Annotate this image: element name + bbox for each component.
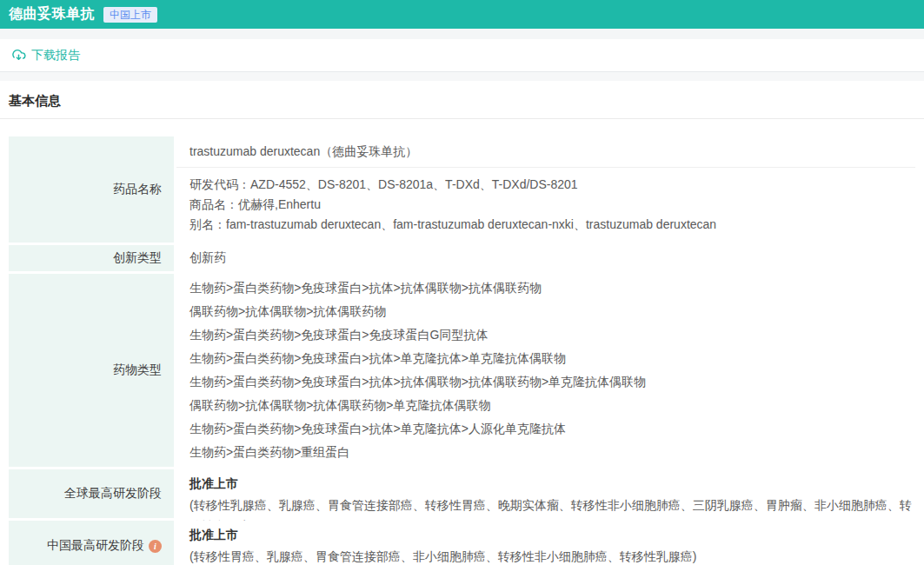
page-header: 德曲妥珠单抗 中国上市 xyxy=(0,0,924,29)
header-spacer xyxy=(0,29,924,39)
drug-name-value: trastuzumab deruxtecan（德曲妥珠单抗） 研发代码：AZD-… xyxy=(176,136,915,243)
download-report-label: 下载报告 xyxy=(31,48,80,63)
china-stage-label: 中国最高研发阶段 xyxy=(47,538,144,554)
china-stage-value: 批准上市 (转移性胃癌、乳腺癌、胃食管连接部癌、非小细胞肺癌、转移性非小细胞肺癌… xyxy=(176,521,915,565)
download-report-link[interactable]: 下载报告 xyxy=(11,48,80,63)
table-row-innovation-type: 创新类型 创新药 xyxy=(9,245,915,271)
table-row-drug-name: 药品名称 trastuzumab deruxtecan（德曲妥珠单抗） 研发代码… xyxy=(9,136,915,243)
drug-type-path: 生物药>蛋白类药物>免疫球蛋白>抗体>单克隆抗体>单克隆抗体偶联物 xyxy=(189,347,915,370)
drug-type-path: 偶联药物>抗体偶联物>抗体偶联药物 xyxy=(189,300,915,323)
drug-type-path: 生物药>蛋白类药物>免疫球蛋白>免疫球蛋白G同型抗体 xyxy=(189,323,915,347)
china-stage-indications: (转移性胃癌、乳腺癌、胃食管连接部癌、非小细胞肺癌、转移性非小细胞肺癌、转移性乳… xyxy=(189,546,915,565)
drug-type-path: 生物药>蛋白类药物>重组蛋白 xyxy=(189,441,915,464)
toolbar-spacer xyxy=(0,72,924,81)
table-row-global-stage: 全球最高研发阶段 批准上市 (转移性乳腺癌、乳腺癌、胃食管连接部癌、转移性胃癌、… xyxy=(9,469,915,518)
cloud-download-icon xyxy=(11,48,26,63)
innovation-type-label: 创新类型 xyxy=(9,245,174,271)
table-row-drug-type: 药物类型 生物药>蛋白类药物>免疫球蛋白>抗体>抗体偶联物>抗体偶联药物 偶联药… xyxy=(9,274,915,467)
drug-name-label: 药品名称 xyxy=(9,136,174,243)
china-listed-badge: 中国上市 xyxy=(103,7,157,23)
alias-line: 别名：fam-trastuzumab deruxtecan、fam-trastu… xyxy=(189,215,915,235)
section-title-basic-info: 基本信息 xyxy=(0,81,924,119)
global-stage-name: 批准上市 xyxy=(189,473,915,495)
drug-type-label: 药物类型 xyxy=(9,274,174,467)
rd-code-line: 研发代码：AZD-4552、DS-8201、DS-8201a、T-DXd、T-D… xyxy=(189,175,915,195)
drug-name-details: 研发代码：AZD-4552、DS-8201、DS-8201a、T-DXd、T-D… xyxy=(176,168,915,243)
info-icon[interactable]: i xyxy=(149,540,162,553)
basic-info-table: 药品名称 trastuzumab deruxtecan（德曲妥珠单抗） 研发代码… xyxy=(9,136,915,565)
drug-primary-name: trastuzumab deruxtecan（德曲妥珠单抗） xyxy=(176,136,915,168)
drug-type-path: 生物药>蛋白类药物>免疫球蛋白>抗体>抗体偶联物>抗体偶联药物>单克隆抗体偶联物 xyxy=(189,370,915,394)
trade-name-line: 商品名：优赫得,Enhertu xyxy=(189,195,915,215)
china-stage-name: 批准上市 xyxy=(189,524,915,546)
table-row-china-stage: 中国最高研发阶段 i 批准上市 (转移性胃癌、乳腺癌、胃食管连接部癌、非小细胞肺… xyxy=(9,521,915,565)
drug-type-path: 生物药>蛋白类药物>免疫球蛋白>抗体>单克隆抗体>人源化单克隆抗体 xyxy=(189,417,915,441)
global-stage-label: 全球最高研发阶段 xyxy=(9,469,174,518)
basic-info-section: 基本信息 药品名称 trastuzumab deruxtecan（德曲妥珠单抗）… xyxy=(0,81,924,565)
drug-type-value: 生物药>蛋白类药物>免疫球蛋白>抗体>抗体偶联物>抗体偶联药物 偶联药物>抗体偶… xyxy=(176,274,915,467)
page-title: 德曲妥珠单抗 xyxy=(9,5,95,23)
toolbar: 下载报告 xyxy=(0,39,924,72)
drug-detail-page: 德曲妥珠单抗 中国上市 下载报告 基本信息 药品名称 trastuzumab d… xyxy=(0,0,924,565)
china-stage-label-cell: 中国最高研发阶段 i xyxy=(9,521,174,565)
global-stage-value: 批准上市 (转移性乳腺癌、乳腺癌、胃食管连接部癌、转移性胃癌、晚期实体瘤、转移性… xyxy=(176,469,915,518)
drug-type-path: 生物药>蛋白类药物>免疫球蛋白>抗体>抗体偶联物>抗体偶联药物 xyxy=(189,276,915,300)
drug-type-path: 偶联药物>抗体偶联物>抗体偶联药物>单克隆抗体偶联物 xyxy=(189,394,915,417)
innovation-type-value: 创新药 xyxy=(176,245,915,271)
